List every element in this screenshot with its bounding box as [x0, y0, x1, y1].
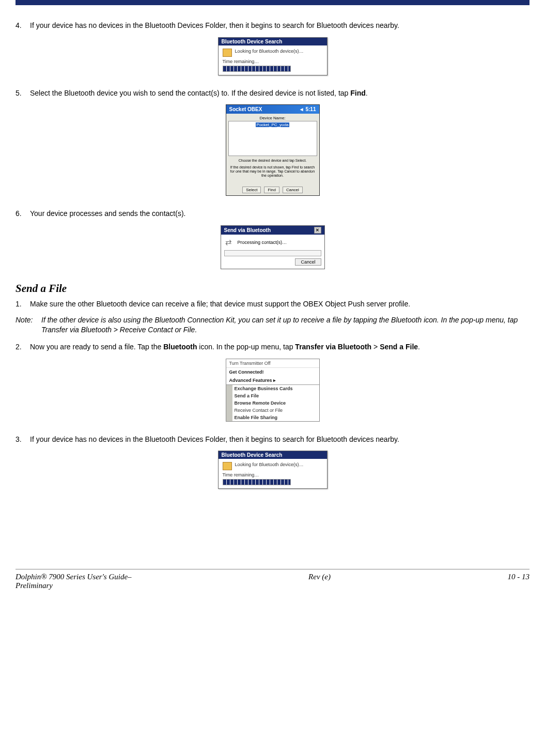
- step-text: Select the Bluetooth device you wish to …: [30, 88, 530, 99]
- step-text: Your device processes and sends the cont…: [30, 209, 530, 219]
- dialog-body: ⇄ Processing contact(s)… Cancel: [221, 235, 324, 269]
- app-title: Socket OBEX: [229, 106, 262, 112]
- footer-left: Dolphin® 7900 Series User's Guide– Preli…: [15, 573, 132, 590]
- dialog-message: Looking for Bluetooth device(s)…: [235, 49, 304, 54]
- dialog-title: Send via Bluetooth: [224, 227, 271, 233]
- note-text: If the other device is also using the Bl…: [41, 315, 530, 335]
- dialog-titlebar: Bluetooth Device Search: [219, 38, 327, 45]
- listbox-label: Device Name:: [228, 116, 317, 120]
- cancel-button[interactable]: Cancel: [295, 258, 321, 266]
- dialog-body: Looking for Bluetooth device(s)… Time re…: [219, 45, 327, 75]
- figure-send-via-bt: Send via Bluetooth ✕ ⇄ Processing contac…: [15, 225, 530, 269]
- menu-item-advanced[interactable]: Advanced Features ▸: [226, 376, 319, 384]
- dialog-bt-search: Bluetooth Device Search Looking for Blue…: [218, 37, 328, 75]
- pocketpc-header: Socket OBEX ◄ 5:11: [226, 105, 319, 114]
- dialog-body: Looking for Bluetooth device(s)… Time re…: [219, 459, 327, 488]
- figure-bt-menu: Turn Transmitter Off Get Connected! Adva…: [15, 359, 530, 422]
- device-listbox[interactable]: Pocket_PC_yoda: [228, 121, 317, 156]
- step-4: 4. If your device has no devices in the …: [15, 21, 530, 31]
- selected-device[interactable]: Pocket_PC_yoda: [256, 122, 290, 127]
- footer-center: Rev (e): [132, 573, 508, 581]
- search-icon: [223, 462, 232, 470]
- pocketpc-screen: Socket OBEX ◄ 5:11 Device Name: Pocket_P…: [226, 104, 320, 196]
- step-text: Now you are ready to send a file. Tap th…: [30, 342, 530, 352]
- hint-text-1: Choose the desired device and tap Select…: [228, 159, 317, 163]
- step-number: 3.: [15, 435, 30, 445]
- dialog-title: Bluetooth Device Search: [222, 39, 283, 44]
- progress-bar: [223, 479, 291, 485]
- dialog-titlebar: Bluetooth Device Search: [219, 451, 327, 459]
- step-5: 5. Select the Bluetooth device you wish …: [15, 88, 530, 99]
- menu-item-enable-sharing[interactable]: Enable File Sharing: [226, 414, 319, 421]
- step-number: 5.: [15, 88, 30, 99]
- menu-item-turn-off[interactable]: Turn Transmitter Off: [226, 359, 319, 368]
- menu-item-receive[interactable]: Receive Contact or File: [226, 407, 319, 414]
- cancel-button[interactable]: Cancel: [283, 187, 303, 193]
- button-row: Select Find Cancel: [228, 183, 317, 193]
- section-heading: Send a File: [15, 282, 530, 295]
- note-label: Note:: [15, 315, 41, 335]
- step-number: 1.: [15, 299, 30, 310]
- clock-indicator: ◄ 5:11: [299, 106, 316, 112]
- menu-item-get-connected[interactable]: Get Connected!: [226, 368, 319, 376]
- dialog-bt-search: Bluetooth Device Search Looking for Blue…: [218, 451, 328, 489]
- footer-right: 10 - 13: [508, 573, 530, 581]
- dialog-status: Time remaining…: [223, 472, 323, 477]
- close-icon[interactable]: ✕: [314, 227, 321, 234]
- progress-bar: [223, 66, 291, 72]
- step-text: Make sure the other Bluetooth device can…: [30, 299, 530, 310]
- step-text: If your device has no devices in the Blu…: [30, 435, 530, 445]
- figure-device-select: Socket OBEX ◄ 5:11 Device Name: Pocket_P…: [15, 104, 530, 196]
- button-row: Cancel: [224, 258, 321, 266]
- figure-bt-search-1: Bluetooth Device Search Looking for Blue…: [15, 37, 530, 75]
- dialog-row: Looking for Bluetooth device(s)…: [223, 49, 323, 57]
- step-b2: 2. Now you are ready to send a file. Tap…: [15, 342, 530, 352]
- step-number: 2.: [15, 342, 30, 352]
- step-b3: 3. If your device has no devices in the …: [15, 435, 530, 445]
- dialog-row: Looking for Bluetooth device(s)…: [223, 462, 323, 470]
- step-b1: 1. Make sure the other Bluetooth device …: [15, 299, 530, 310]
- find-button[interactable]: Find: [264, 187, 279, 193]
- transfer-icon: ⇄: [224, 238, 233, 247]
- menu-item-browse-remote[interactable]: Browse Remote Device: [226, 399, 319, 407]
- step-6: 6. Your device processes and sends the c…: [15, 209, 530, 219]
- popup-menu: Turn Transmitter Off Get Connected! Adva…: [226, 359, 320, 422]
- submenu: Exchange Business Cards Send a File Brow…: [226, 384, 319, 421]
- note-block: Note: If the other device is also using …: [15, 315, 530, 335]
- progress-bar: [224, 250, 321, 256]
- dialog-row: ⇄ Processing contact(s)…: [224, 238, 321, 247]
- step-number: 6.: [15, 209, 30, 219]
- dialog-title: Bluetooth Device Search: [222, 452, 283, 458]
- page-content: 4. If your device has no devices in the …: [0, 5, 545, 569]
- pocketpc-body: Device Name: Pocket_PC_yoda Choose the d…: [226, 114, 319, 195]
- dialog-message: Processing contact(s)…: [238, 240, 287, 245]
- step-text: If your device has no devices in the Blu…: [30, 21, 530, 31]
- dialog-message: Looking for Bluetooth device(s)…: [235, 462, 304, 467]
- search-icon: [223, 49, 232, 57]
- dialog-status: Time remaining…: [223, 59, 323, 64]
- select-button[interactable]: Select: [242, 187, 261, 193]
- hint-text-2: If the desired device is not shown, tap …: [228, 165, 317, 178]
- dialog-send-bt: Send via Bluetooth ✕ ⇄ Processing contac…: [221, 225, 325, 269]
- step-number: 4.: [15, 21, 30, 31]
- menu-item-send-file[interactable]: Send a File: [226, 392, 319, 399]
- figure-bt-search-2: Bluetooth Device Search Looking for Blue…: [15, 451, 530, 489]
- menu-item-exchange-cards[interactable]: Exchange Business Cards: [226, 385, 319, 392]
- dialog-titlebar: Send via Bluetooth ✕: [221, 226, 324, 235]
- page-footer: Dolphin® 7900 Series User's Guide– Preli…: [0, 569, 545, 600]
- header-bar: [15, 0, 530, 5]
